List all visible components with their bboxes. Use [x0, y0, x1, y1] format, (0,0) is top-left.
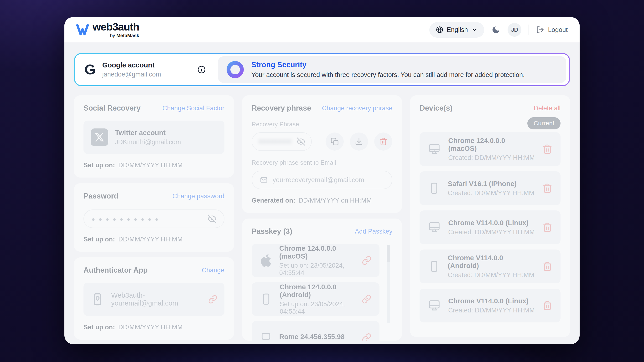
chevron-down-icon: [471, 27, 478, 33]
smartphone-icon: [428, 182, 440, 195]
delete-all-link[interactable]: Delete all: [534, 105, 560, 112]
app-header: web3auth by MetaMask English: [64, 17, 580, 42]
logout-icon: [536, 26, 544, 34]
social-recovery-title: Social Recovery: [84, 104, 141, 112]
page-background: web3auth by MetaMask English: [0, 0, 644, 362]
device-created: Created: DD/MM/YYY HH:MM: [448, 307, 535, 314]
passkey-setup: Set up on: 23/05/2024, 04:55:44: [280, 301, 355, 315]
desktop-icon: [428, 142, 441, 156]
devices-card: Device(s) Delete all Current Chrome 124.…: [410, 95, 570, 337]
delete-phrase-button[interactable]: [374, 132, 392, 151]
copy-icon: [330, 137, 339, 146]
trash-icon: [379, 137, 387, 146]
devices-title: Device(s): [420, 104, 452, 112]
globe-icon: [436, 26, 443, 33]
web3auth-w-icon: [76, 24, 89, 35]
passkey-row: Rome 24.456.355.98: [252, 321, 380, 341]
add-passkey-link[interactable]: Add Passkey: [355, 228, 392, 235]
authenticator-card: Authenticator App Change Web3auth-yourem…: [74, 257, 234, 340]
change-password-link[interactable]: Change password: [172, 193, 224, 200]
brand-byline: by MetaMask: [110, 33, 139, 38]
eye-off-icon[interactable]: [208, 215, 216, 223]
security-status: Strong Security Your account is secured …: [218, 56, 566, 83]
eye-off-icon[interactable]: [297, 137, 305, 146]
link-icon[interactable]: [362, 294, 371, 304]
recovery-phrase-masked: XXXXXXXXXXXXXX: [258, 138, 292, 145]
moon-icon: [491, 25, 500, 34]
change-recovery-phrase-link[interactable]: Change recovery phrase: [322, 105, 392, 112]
recovery-phrase-label: Recovery Phrase: [252, 121, 392, 128]
account-email: janedoe@gmail.com: [102, 71, 161, 78]
device-name: Chrome 124.0.0.0 (macOS): [448, 137, 535, 153]
desktop-icon: [428, 299, 441, 312]
device-row: Chrome 124.0.0.0 (macOS) Created: DD/MM/…: [420, 132, 560, 166]
recovery-phrase-title: Recovery phrase: [252, 104, 311, 112]
password-title: Password: [84, 192, 118, 200]
smartphone-icon: [260, 293, 273, 306]
laptop-icon: [260, 332, 272, 341]
security-description: Your account is secured with three recov…: [252, 71, 525, 79]
trash-icon[interactable]: [542, 222, 552, 232]
setup-label: Set up on:: [84, 324, 115, 331]
device-row: Chrome V114.0.0 (Linux) Created: DD/MM/Y…: [420, 210, 560, 244]
device-created: Created: DD/MM/YYY HH:MM: [448, 154, 535, 162]
x-twitter-icon: [91, 128, 108, 146]
password-input[interactable]: ●●●●●●●●●●: [84, 209, 224, 228]
dark-mode-toggle[interactable]: [491, 25, 500, 34]
setup-value: DD/MM/YYYY HH:MM: [118, 162, 183, 169]
device-name: Chrome V114.0.0 (Linux): [448, 297, 535, 305]
password-card: Password Change password ●●●●●●●●●● Set …: [74, 183, 234, 252]
recovery-phrase-input[interactable]: XXXXXXXXXXXXXX: [252, 132, 312, 151]
twitter-account-title: Twitter account: [115, 129, 181, 137]
change-authenticator-link[interactable]: Change: [202, 267, 224, 274]
passkey-card: Passkey (3) Add Passkey Chrome 124.0.0.0…: [242, 219, 402, 341]
security-banner: G Google account janedoe@gmail.com Stron…: [74, 53, 570, 86]
passkey-name: Rome 24.456.355.98: [279, 333, 345, 341]
change-social-factor-link[interactable]: Change Social Factor: [162, 105, 224, 112]
security-title: Strong Security: [252, 60, 525, 69]
passkey-list: Chrome 124.0.0.0 (macOS) Set up on: 23/0…: [252, 244, 392, 341]
setup-label: Set up on:: [84, 236, 115, 243]
trash-icon[interactable]: [542, 301, 552, 311]
setup-label: Set up on:: [84, 162, 115, 169]
authenticator-title: Authenticator App: [84, 266, 148, 275]
unlink-icon[interactable]: [208, 295, 217, 304]
factors-grid: Social Recovery Change Social Factor Twi…: [74, 95, 570, 341]
authenticator-account: Web3auth-youremail@gmal.com: [111, 292, 202, 307]
link-icon[interactable]: [362, 256, 371, 265]
twitter-account-email: JDKmurthi@gmail.com: [115, 138, 181, 146]
brand-name: web3auth: [92, 21, 139, 32]
trash-icon[interactable]: [542, 144, 552, 154]
authenticator-app-icon: [91, 292, 104, 306]
info-icon[interactable]: [198, 65, 206, 74]
language-label: English: [447, 26, 468, 34]
scrollbar-thumb[interactable]: [387, 245, 390, 262]
download-button[interactable]: [350, 132, 368, 151]
device-name: Safari V16.1 (iPhone): [448, 180, 534, 188]
recovery-email-label: Recovery phrase sent to Email: [252, 159, 392, 166]
recovery-email-input[interactable]: yourrecoveryemail@gmail.com: [252, 171, 392, 189]
copy-button[interactable]: [326, 132, 344, 151]
device-created: Created: DD/MM/YYY HH:MM: [448, 272, 535, 279]
device-row: Safari V16.1 (iPhone) Created: DD/MM/YYY…: [420, 171, 560, 205]
device-row: Chrome V114.0.0 (Android) Created: DD/MM…: [420, 250, 560, 283]
apple-icon: [260, 254, 272, 267]
logout-button[interactable]: Logout: [536, 26, 568, 34]
social-recovery-card: Social Recovery Change Social Factor Twi…: [74, 95, 234, 178]
password-masked-value: ●●●●●●●●●●: [92, 216, 162, 223]
account-title: Google account: [102, 61, 161, 69]
scrollbar-track[interactable]: [387, 245, 390, 323]
app-window: web3auth by MetaMask English: [64, 17, 580, 344]
trash-icon[interactable]: [542, 261, 552, 272]
link-icon[interactable]: [362, 333, 371, 341]
device-list: Chrome 124.0.0.0 (macOS) Created: DD/MM/…: [420, 132, 560, 323]
user-avatar[interactable]: JD: [508, 23, 522, 37]
device-created: Created: DD/MM/YYY HH:MM: [448, 229, 535, 236]
trash-icon[interactable]: [542, 183, 552, 193]
passkey-setup: Set up on: 23/05/2024, 04:55:44: [279, 262, 355, 277]
security-ring-icon: [226, 61, 244, 78]
language-selector[interactable]: English: [429, 22, 484, 38]
passkey-row: Chrome 124.0.0.0 (macOS) Set up on: 23/0…: [252, 244, 380, 277]
device-created: Created: DD/MM/YYY HH:MM: [448, 189, 534, 197]
passkey-name: Chrome 124.0.0.0 (Android): [280, 283, 355, 299]
